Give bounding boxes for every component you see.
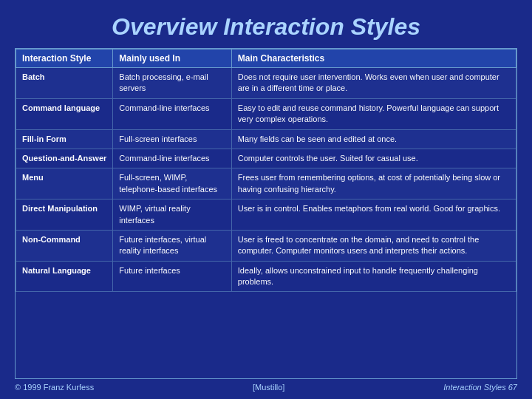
footer: © 1999 Franz Kurfess [Mustillo] Interact…	[15, 379, 517, 393]
cell-style: Non-Command	[16, 230, 113, 261]
cell-style: Batch	[16, 68, 113, 99]
table-row: Non-Command Future interfaces, virtual r…	[16, 230, 516, 261]
cell-used-in: Command-line interfaces	[113, 98, 232, 129]
table-row: Menu Full-screen, WIMP, telephone-based …	[16, 168, 516, 200]
cell-characteristics: User is in control. Enables metaphors fr…	[231, 200, 516, 231]
cell-style: Question-and-Answer	[16, 149, 113, 168]
cell-style: Command language	[16, 98, 113, 129]
table-row: Command language Command-line interfaces…	[16, 98, 516, 129]
interaction-styles-table: Interaction Style Mainly used In Main Ch…	[16, 49, 516, 292]
col-header-characteristics: Main Characteristics	[231, 50, 516, 68]
cell-used-in: Future interfaces	[113, 261, 232, 292]
cell-used-in: WIMP, virtual reality interfaces	[113, 200, 232, 231]
cell-characteristics: User is freed to concentrate on the doma…	[231, 230, 516, 261]
cell-used-in: Batch processing, e-mail servers	[113, 68, 232, 99]
table-header-row: Interaction Style Mainly used In Main Ch…	[16, 50, 516, 68]
cell-characteristics: Frees user from remembering options, at …	[231, 168, 516, 200]
cell-characteristics: Does not require user intervention. Work…	[231, 68, 516, 99]
table-container: Interaction Style Mainly used In Main Ch…	[15, 48, 517, 379]
cell-used-in: Full-screen interfaces	[113, 129, 232, 149]
page-title: Overview Interaction Styles	[15, 7, 517, 48]
footer-copyright: © 1999 Franz Kurfess	[15, 383, 94, 392]
table-row: Question-and-Answer Command-line interfa…	[16, 149, 516, 168]
col-header-used-in: Mainly used In	[113, 50, 232, 68]
cell-style: Fill-in Form	[16, 129, 113, 149]
cell-characteristics: Easy to edit and reuse command history. …	[231, 98, 516, 129]
cell-characteristics: Many fields can be seen and edited at on…	[231, 129, 516, 149]
table-row: Natural Language Future interfaces Ideal…	[16, 261, 516, 292]
cell-style: Direct Manipulation	[16, 200, 113, 231]
footer-center: [Mustillo]	[253, 383, 284, 392]
cell-style: Menu	[16, 168, 113, 200]
cell-used-in: Full-screen, WIMP, telephone-based inter…	[113, 168, 232, 200]
footer-right: Interaction Styles 67	[443, 383, 517, 392]
page: Overview Interaction Styles Interaction …	[0, 0, 532, 399]
table-row: Fill-in Form Full-screen interfaces Many…	[16, 129, 516, 149]
cell-used-in: Future interfaces, virtual reality inter…	[113, 230, 232, 261]
cell-used-in: Command-line interfaces	[113, 149, 232, 168]
cell-style: Natural Language	[16, 261, 113, 292]
cell-characteristics: Computer controls the user. Suited for c…	[231, 149, 516, 168]
col-header-style: Interaction Style	[16, 50, 113, 68]
table-row: Direct Manipulation WIMP, virtual realit…	[16, 200, 516, 231]
table-row: Batch Batch processing, e-mail servers D…	[16, 68, 516, 99]
cell-characteristics: Ideally, allows unconstrained input to h…	[231, 261, 516, 292]
